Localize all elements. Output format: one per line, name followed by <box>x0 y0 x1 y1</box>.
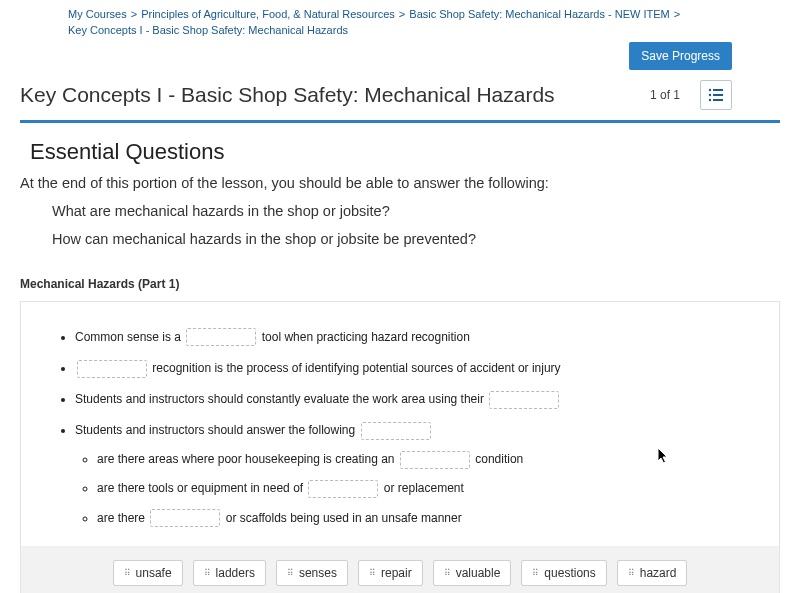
word-chip[interactable]: ⠿senses <box>276 560 348 586</box>
word-chip[interactable]: ⠿unsafe <box>113 560 183 586</box>
essential-question: What are mechanical hazards in the shop … <box>52 201 780 223</box>
blank-dropzone[interactable] <box>400 451 470 469</box>
word-label: ladders <box>216 566 255 580</box>
essential-questions-heading: Essential Questions <box>30 139 780 165</box>
word-bank: ⠿unsafe ⠿ladders ⠿senses ⠿repair ⠿valuab… <box>21 546 779 593</box>
svg-point-0 <box>709 89 711 91</box>
word-label: senses <box>299 566 337 580</box>
toc-button[interactable] <box>700 80 732 110</box>
word-label: unsafe <box>136 566 172 580</box>
blank-dropzone[interactable] <box>150 509 220 527</box>
word-label: repair <box>381 566 412 580</box>
fill-blank-subline: are there or scaffolds being used in an … <box>97 509 759 528</box>
word-chip[interactable]: ⠿valuable <box>433 560 512 586</box>
blank-dropzone[interactable] <box>361 422 431 440</box>
grip-icon: ⠿ <box>444 568 450 578</box>
fill-blank-line: recognition is the process of identifyin… <box>75 359 759 378</box>
grip-icon: ⠿ <box>124 568 130 578</box>
breadcrumb-sep: > <box>674 8 680 20</box>
breadcrumb-sep: > <box>131 8 137 20</box>
blank-dropzone[interactable] <box>308 480 378 498</box>
word-chip[interactable]: ⠿hazard <box>617 560 688 586</box>
breadcrumb: My Courses > Principles of Agriculture, … <box>16 6 784 42</box>
blank-dropzone[interactable] <box>77 360 147 378</box>
page-title: Key Concepts I - Basic Shop Safety: Mech… <box>20 83 555 107</box>
blank-dropzone[interactable] <box>186 328 256 346</box>
fill-blank-subline: are there tools or equipment in need of … <box>97 479 759 498</box>
text-fragment: are there areas where poor housekeeping … <box>97 452 398 466</box>
fill-blank-line: Students and instructors should constant… <box>75 390 759 409</box>
text-fragment: or replacement <box>384 481 464 495</box>
word-label: hazard <box>640 566 677 580</box>
text-fragment: Students and instructors should answer t… <box>75 423 359 437</box>
text-fragment: condition <box>475 452 523 466</box>
svg-rect-1 <box>713 89 723 91</box>
breadcrumb-current: Key Concepts I - Basic Shop Safety: Mech… <box>68 24 348 36</box>
text-fragment: are there tools or equipment in need of <box>97 481 306 495</box>
word-label: valuable <box>456 566 501 580</box>
essential-question: How can mechanical hazards in the shop o… <box>52 229 780 251</box>
breadcrumb-link[interactable]: My Courses <box>68 8 127 20</box>
text-fragment: or scaffolds being used in an unsafe man… <box>226 511 462 525</box>
grip-icon: ⠿ <box>287 568 293 578</box>
svg-rect-5 <box>713 99 723 101</box>
essential-intro: At the end of this portion of the lesson… <box>20 175 780 191</box>
save-progress-button[interactable]: Save Progress <box>629 42 732 70</box>
svg-rect-3 <box>713 94 723 96</box>
word-chip[interactable]: ⠿ladders <box>193 560 266 586</box>
blank-dropzone[interactable] <box>489 391 559 409</box>
breadcrumb-sep: > <box>399 8 405 20</box>
fill-blank-line: Students and instructors should answer t… <box>75 421 759 528</box>
svg-point-2 <box>709 94 711 96</box>
breadcrumb-link[interactable]: Basic Shop Safety: Mechanical Hazards - … <box>409 8 669 20</box>
breadcrumb-link[interactable]: Principles of Agriculture, Food, & Natur… <box>141 8 395 20</box>
section-title-part1: Mechanical Hazards (Part 1) <box>20 277 780 291</box>
list-icon <box>708 88 724 102</box>
accent-divider <box>20 120 780 123</box>
fill-blank-subline: are there areas where poor housekeeping … <box>97 450 759 469</box>
grip-icon: ⠿ <box>204 568 210 578</box>
text-fragment: are there <box>97 511 148 525</box>
pager-label: 1 of 1 <box>650 88 680 102</box>
svg-point-4 <box>709 99 711 101</box>
fill-blank-line: Common sense is a tool when practicing h… <box>75 328 759 347</box>
text-fragment: Students and instructors should constant… <box>75 392 487 406</box>
text-fragment: tool when practicing hazard recognition <box>262 330 470 344</box>
word-chip[interactable]: ⠿repair <box>358 560 423 586</box>
part1-card: Common sense is a tool when practicing h… <box>20 301 780 594</box>
text-fragment: recognition is the process of identifyin… <box>152 361 560 375</box>
word-chip[interactable]: ⠿questions <box>521 560 606 586</box>
word-label: questions <box>544 566 595 580</box>
grip-icon: ⠿ <box>369 568 375 578</box>
text-fragment: Common sense is a <box>75 330 184 344</box>
grip-icon: ⠿ <box>532 568 538 578</box>
grip-icon: ⠿ <box>628 568 634 578</box>
